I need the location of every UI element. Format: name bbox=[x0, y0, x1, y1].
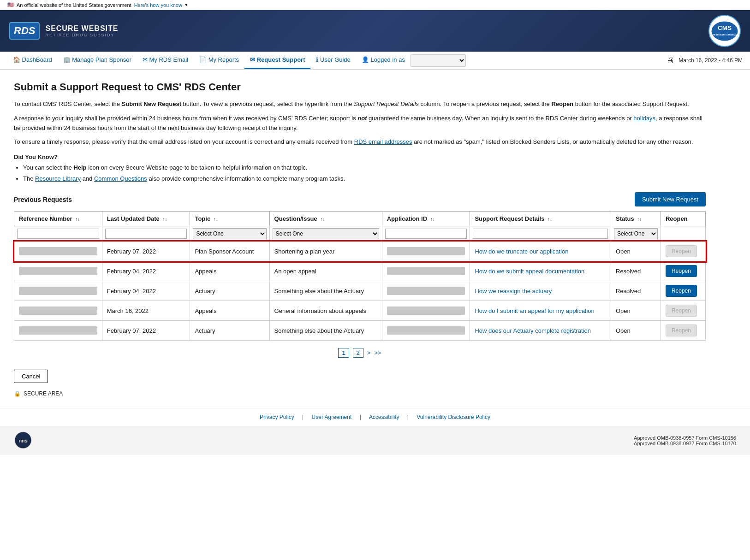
filter-details bbox=[470, 226, 611, 242]
filter-app-id-input[interactable] bbox=[385, 229, 467, 239]
how-you-know-link[interactable]: Here's how you know bbox=[134, 2, 182, 8]
cms-logo: CMS CENTERS FOR MEDICARE & MEDICAID SERV… bbox=[708, 15, 741, 47]
common-questions-link[interactable]: Common Questions bbox=[94, 175, 147, 182]
nav-manage-plan-sponsor[interactable]: 🏢 Manage Plan Sponsor bbox=[58, 52, 137, 69]
site-name: SECURE WEBSITE bbox=[45, 24, 118, 33]
secure-area-label: SECURE AREA bbox=[24, 390, 63, 397]
footer-privacy-policy[interactable]: Privacy Policy bbox=[260, 414, 294, 420]
col-last-updated-date: Last Updated Date ↑↓ bbox=[102, 212, 190, 226]
filter-details-input[interactable] bbox=[473, 229, 608, 239]
filter-topic: Select One Plan Sponsor Account Appeals … bbox=[190, 226, 269, 242]
nav-user-guide[interactable]: ℹ User Guide bbox=[310, 52, 356, 69]
cell-app-id bbox=[382, 281, 470, 301]
col-reopen: Reopen bbox=[661, 212, 705, 226]
cell-details: How do we truncate our application bbox=[470, 242, 611, 261]
redacted-ref bbox=[19, 267, 97, 275]
cell-status: Resolved bbox=[611, 281, 661, 301]
sort-ref[interactable]: ↑↓ bbox=[75, 217, 80, 222]
redacted-app-id bbox=[387, 287, 465, 295]
page-next[interactable]: > bbox=[367, 349, 371, 356]
nav-my-rds-email[interactable]: ✉ My RDS Email bbox=[137, 52, 194, 69]
nav-my-reports[interactable]: 📄 My Reports bbox=[194, 52, 244, 69]
submit-new-request-button[interactable]: Submit New Request bbox=[635, 192, 706, 206]
reopen-button: Reopen bbox=[666, 245, 697, 257]
logo-text-area: SECURE WEBSITE RETIREE DRUG SUBSIDY bbox=[45, 24, 118, 37]
cell-reopen: Reopen bbox=[661, 281, 705, 301]
sort-status[interactable]: ↑↓ bbox=[637, 217, 642, 222]
table-body: February 07, 2022Plan Sponsor AccountSho… bbox=[14, 242, 706, 341]
details-link[interactable]: How do we submit appeal documentation bbox=[475, 268, 584, 275]
footer-accessibility[interactable]: Accessibility bbox=[369, 414, 399, 420]
gov-banner: 🇺🇸 An official website of the United Sta… bbox=[0, 0, 750, 10]
details-link[interactable]: How do I submit an appeal for my applica… bbox=[475, 307, 594, 314]
details-link[interactable]: How we reassign the actuary bbox=[475, 288, 552, 295]
col-status: Status ↑↓ bbox=[611, 212, 661, 226]
resource-library-link[interactable]: Resource Library bbox=[35, 175, 81, 182]
did-you-know-item-2: The Resource Library and Common Question… bbox=[23, 174, 706, 183]
page-1[interactable]: 1 bbox=[338, 348, 349, 358]
cell-details: How we reassign the actuary bbox=[470, 281, 611, 301]
nav-logged-in: 👤 Logged in as bbox=[356, 52, 411, 69]
cell-status: Open bbox=[611, 321, 661, 341]
reopen-button[interactable]: Reopen bbox=[666, 285, 697, 297]
filter-status: Select One Open Resolved bbox=[611, 226, 661, 242]
sort-date[interactable]: ↑↓ bbox=[162, 217, 167, 222]
prev-requests-header: Previous Requests Submit New Request bbox=[14, 192, 706, 206]
rds-logo: RDS bbox=[9, 22, 40, 40]
requests-table: Reference Number ↑↓ Last Updated Date ↑↓… bbox=[14, 211, 706, 341]
rds-email-link[interactable]: RDS email addresses bbox=[354, 138, 412, 145]
cell-status: Open bbox=[611, 301, 661, 321]
col-reference-number: Reference Number ↑↓ bbox=[14, 212, 102, 226]
cell-status: Open bbox=[611, 242, 661, 261]
intro-paragraph-3: To ensure a timely response, please veri… bbox=[14, 137, 706, 147]
cell-date: February 04, 2022 bbox=[102, 281, 190, 301]
cell-details: How does our Actuary complete registrati… bbox=[470, 321, 611, 341]
print-icon[interactable]: 🖨 bbox=[667, 56, 674, 65]
filter-issue: Select One Shortening a plan year An ope… bbox=[269, 226, 382, 242]
did-you-know-section: Did You Know? You can select the Help ic… bbox=[14, 153, 706, 183]
page-2[interactable]: 2 bbox=[353, 348, 363, 358]
cell-issue: Shortening a plan year bbox=[269, 242, 382, 261]
cell-app-id bbox=[382, 261, 470, 281]
site-header: RDS SECURE WEBSITE RETIREE DRUG SUBSIDY … bbox=[0, 10, 750, 52]
cell-date: February 07, 2022 bbox=[102, 242, 190, 261]
cell-date: February 07, 2022 bbox=[102, 321, 190, 341]
nav-dashboard[interactable]: 🏠 DashBoard bbox=[7, 52, 58, 69]
filter-ref-input[interactable] bbox=[17, 229, 99, 239]
sort-topic[interactable]: ↑↓ bbox=[214, 217, 218, 222]
footer-omb-text: Approved OMB-0938-0957 Form CMS-10156 Ap… bbox=[634, 435, 736, 446]
sort-issue[interactable]: ↑↓ bbox=[320, 217, 325, 222]
holidays-link[interactable]: holidays bbox=[633, 115, 655, 122]
footer-user-agreement[interactable]: User Agreement bbox=[312, 414, 352, 420]
cell-ref bbox=[14, 261, 102, 281]
cell-app-id bbox=[382, 242, 470, 261]
cell-topic: Plan Sponsor Account bbox=[190, 242, 269, 261]
sub-name: RETIREE DRUG SUBSIDY bbox=[45, 33, 118, 37]
filter-issue-select[interactable]: Select One Shortening a plan year An ope… bbox=[273, 228, 379, 239]
cancel-button[interactable]: Cancel bbox=[14, 370, 48, 383]
table-row: March 16, 2022AppealsGeneral information… bbox=[14, 301, 706, 321]
sort-details[interactable]: ↑↓ bbox=[548, 217, 552, 222]
cell-date: March 16, 2022 bbox=[102, 301, 190, 321]
secure-area: 🔒 SECURE AREA bbox=[14, 390, 706, 397]
cell-issue: General information about appeals bbox=[269, 301, 382, 321]
filter-status-select[interactable]: Select One Open Resolved bbox=[614, 228, 658, 239]
intro-paragraph-1: To contact CMS' RDS Center, select the S… bbox=[14, 100, 706, 109]
page-last[interactable]: >> bbox=[374, 349, 381, 356]
cell-issue: Something else about the Actuary bbox=[269, 281, 382, 301]
footer-vulnerability[interactable]: Vulnerability Disclosure Policy bbox=[417, 414, 490, 420]
filter-topic-select[interactable]: Select One Plan Sponsor Account Appeals … bbox=[193, 228, 266, 239]
details-link[interactable]: How does our Actuary complete registrati… bbox=[475, 327, 590, 334]
sort-app-id[interactable]: ↑↓ bbox=[430, 217, 435, 222]
details-link[interactable]: How do we truncate our application bbox=[475, 248, 568, 255]
filter-date-input[interactable] bbox=[105, 229, 187, 239]
svg-text:CENTERS FOR MEDICARE & MEDICAI: CENTERS FOR MEDICARE & MEDICAID SERVICES bbox=[711, 33, 738, 35]
redacted-ref bbox=[19, 307, 97, 315]
table-row: February 04, 2022AppealsAn open appealHo… bbox=[14, 261, 706, 281]
reopen-button[interactable]: Reopen bbox=[666, 265, 697, 277]
col-support-request-details: Support Request Details ↑↓ bbox=[470, 212, 611, 226]
nav-request-support[interactable]: ✉ Request Support bbox=[244, 52, 310, 69]
user-dropdown[interactable] bbox=[411, 54, 466, 67]
col-question-issue: Question/Issue ↑↓ bbox=[269, 212, 382, 226]
did-you-know-title: Did You Know? bbox=[14, 153, 706, 160]
